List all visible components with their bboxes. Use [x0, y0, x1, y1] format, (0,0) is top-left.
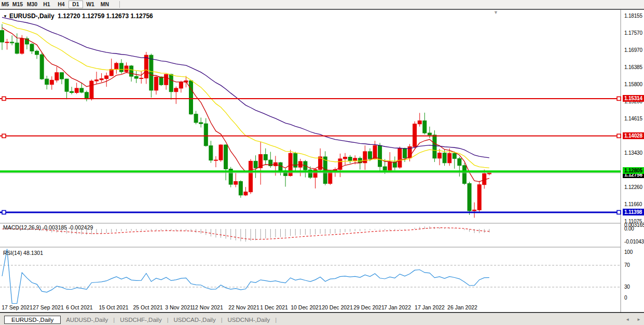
price-axis-label: 1.14615 [624, 116, 642, 121]
macd-axis-label: 0.00 [624, 226, 634, 232]
symbol-dropdown-triangle-icon[interactable]: ▼ [3, 14, 7, 19]
rsi-axis-label: 0 [624, 295, 627, 301]
rsi-axis-label: 30 [624, 284, 630, 290]
time-axis-label: 10 Dec 2021 [291, 304, 322, 310]
time-axis-label: 17 Sep 2021 [2, 304, 33, 310]
time-axis-label: 3 Nov 2021 [165, 304, 193, 310]
time-axis-label: 15 Oct 2021 [99, 304, 128, 310]
chart-ohlc-values: 1.12720 1.12759 1.12673 1.12756 [58, 12, 153, 20]
terminal-window: M5M15M30H1H4D1W1MN ▼EURUSD-,Daily 1.1272… [0, 0, 644, 325]
chart-tab-usdchfdaily[interactable]: USDCHF-,Daily [115, 316, 167, 323]
time-axis-label: 6 Oct 2021 [66, 304, 92, 310]
chart-shift-triangle-icon[interactable]: ▼ [494, 10, 498, 15]
horizontal-line-1.14028[interactable] [0, 134, 621, 138]
chart-tab-audusddaily[interactable]: AUDUSD-,Daily [61, 316, 113, 323]
chart-tabs-bar: EURUSD-,DailyAUDUSD-,Daily|USDCHF-,Daily… [0, 313, 644, 325]
timeframe-button-h1[interactable]: H1 [39, 1, 54, 8]
timeframe-button-m30[interactable]: M30 [25, 1, 39, 8]
price-axis-label: 1.13430 [624, 150, 642, 156]
time-axis-label: 27 Sep 2021 [33, 304, 64, 310]
time-axis-label: 20 Dec 2021 [322, 304, 353, 310]
macd-indicator-label: MACD(12,26,9) -0.003185 -0.002429 [3, 224, 93, 231]
price-axis-label: 1.12260 [624, 184, 642, 190]
price-chart-canvas[interactable] [0, 0, 644, 325]
scroll-left-icon[interactable]: ◄ [625, 317, 629, 322]
price-axis-label: 1.16970 [624, 47, 642, 53]
price-badge-1.11398: 1.11398 [623, 209, 644, 215]
chart-tab-usdcnhdaily[interactable]: USDCNH-,Daily [223, 316, 276, 323]
timeframe-toolbar: M5M15M30H1H4D1W1MN [0, 0, 644, 10]
time-axis-label: 22 Nov 2021 [228, 304, 259, 310]
price-badge-1.12805: 1.12805 [623, 167, 644, 174]
timeframe-button-mn[interactable]: MN [98, 1, 112, 8]
chart-tab-usdcaddaily[interactable]: USDCAD-,Daily [169, 316, 221, 323]
chart-title: ▼EURUSD-,Daily 1.12720 1.12759 1.12673 1… [3, 12, 153, 20]
chart-symbol-label: EURUSD-,Daily [9, 12, 54, 20]
chart-tab-eurusddaily[interactable]: EURUSD-,Daily [4, 316, 61, 324]
time-axis-label: 12 Nov 2021 [192, 304, 223, 310]
time-axis-label: 1 Dec 2021 [260, 304, 288, 310]
tab-scrollbar: ◄ ► [625, 317, 641, 322]
price-axis-label: 1.16385 [624, 64, 642, 70]
scroll-right-icon[interactable]: ► [637, 317, 641, 322]
macd-axis-label: -0.01043 [624, 239, 644, 245]
candles-series [1, 24, 491, 218]
rsi-axis-label: 100 [624, 249, 633, 255]
price-badge-1.14028: 1.14028 [623, 132, 644, 139]
time-axis-label: 7 Jan 2022 [384, 304, 411, 310]
price-axis-label: 1.11660 [624, 201, 642, 207]
price-axis-label: 1.17570 [624, 30, 642, 36]
timeframe-button-m5[interactable]: M5 [0, 1, 10, 8]
time-axis-label: 25 Oct 2021 [133, 304, 162, 310]
price-badge-1.15314: 1.15314 [623, 95, 644, 102]
price-axis-label: 1.18155 [624, 13, 642, 19]
time-axis-label: 29 Dec 2021 [353, 304, 385, 310]
chart-tabs: EURUSD-,DailyAUDUSD-,Daily|USDCHF-,Daily… [4, 316, 277, 324]
rsi-axis-label: 70 [624, 262, 630, 268]
timeframe-button-w1[interactable]: W1 [83, 1, 98, 8]
time-axis-label: 17 Jan 2022 [415, 304, 445, 310]
timeframe-button-d1[interactable]: D1 [68, 1, 83, 8]
moving-averages [2, 17, 489, 181]
price-axis-label: 1.15800 [624, 82, 642, 87]
rsi-pane [0, 249, 621, 304]
tab-separator: | [275, 317, 277, 323]
timeframe-button-h4[interactable]: H4 [54, 1, 68, 8]
timeframe-button-m15[interactable]: M15 [10, 1, 25, 8]
rsi-indicator-label: RSI(14) 48.1301 [3, 250, 43, 256]
horizontal-line-1.11398[interactable] [0, 210, 621, 214]
time-axis-label: 26 Jan 2022 [447, 304, 477, 310]
toolbar-separator [119, 1, 120, 8]
